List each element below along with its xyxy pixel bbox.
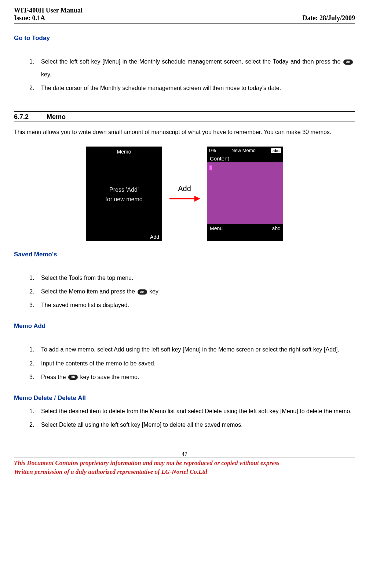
memo-add-list: 1. To add a new memo, select Add using t… (29, 343, 354, 383)
footer-line: Written permission of a duly authorized … (14, 468, 355, 476)
list-text: Input the contents of the memo to be sav… (41, 357, 354, 370)
list-item: 3. Press the key to save the memo. (29, 371, 354, 383)
list-text: Select the desired item to delete from t… (41, 405, 354, 418)
list-number: 3. (29, 299, 41, 311)
list-item: 1. Select the Tools from the top menu. (29, 271, 354, 284)
text-fragment: Press the (41, 374, 67, 380)
subhead-memo-delete: Memo Delete / Delete All (14, 394, 355, 402)
ok-key-icon (138, 289, 147, 295)
list-text: Select the left soft key [Menu] in the M… (41, 55, 354, 81)
phone-memo-list: Memo Press 'Add' for new memo Add (86, 147, 162, 241)
doc-header-left: WIT-400H User Manual Issue: 0.1A (14, 7, 83, 22)
arrow-label: Add (169, 184, 200, 193)
list-number: 2. (29, 357, 41, 370)
subhead-saved-memos: Saved Memo's (14, 251, 355, 258)
list-number: 2. (29, 285, 41, 298)
phone-title: Memo (86, 147, 162, 157)
list-number: 1. (29, 405, 41, 418)
softkey-right: abc (272, 226, 280, 231)
list-text: Select Delete all using the left soft ke… (41, 418, 354, 431)
phone-softkeys: Add (86, 232, 162, 241)
memo-figure: Memo Press 'Add' for new memo Add Add 0% (14, 147, 355, 241)
arrow: Add (169, 184, 200, 203)
section-title: Memo (47, 113, 66, 120)
ok-key-icon (68, 375, 78, 380)
list-number: 1. (29, 343, 41, 356)
list-text: The date cursor of the Monthly schedule … (41, 82, 354, 94)
page: WIT-400H User Manual Issue: 0.1A Date: 2… (0, 0, 369, 588)
list-text: Select the Memo item and press the key (41, 285, 354, 298)
footer-notice: This Document Contains proprietary infor… (14, 459, 355, 476)
softkey-right: Add (150, 234, 159, 240)
list-item: 1. Select the left soft key [Menu] in th… (29, 55, 354, 81)
page-number: 47 (14, 451, 355, 457)
softkey-left: Menu (210, 226, 223, 231)
text-line: for new memo (105, 195, 142, 204)
list-text: Press the key to save the memo. (41, 371, 354, 383)
doc-date: Date: 28/July/2009 (303, 14, 355, 22)
saved-list: 1. Select the Tools from the top menu. 2… (29, 271, 354, 312)
list-number: 3. (29, 371, 41, 383)
list-item: 1. To add a new memo, select Add using t… (29, 343, 354, 356)
phone-title: New Memo (231, 148, 256, 153)
percent-label: 0% (209, 148, 216, 153)
list-item: 2. Select Delete all using the left soft… (29, 418, 354, 431)
arrow-right-icon (169, 194, 200, 203)
list-number: 2. (29, 418, 41, 431)
header-rule (14, 23, 355, 24)
go-today-list: 1. Select the left soft key [Menu] in th… (29, 55, 354, 95)
phone-new-memo: 0% New Memo abc Content ▮ Menu abc (207, 147, 283, 241)
section-intro: This menu allows you to write down small… (14, 126, 355, 138)
doc-issue: Issue: 0.1A (14, 14, 83, 22)
footer-rule (14, 458, 355, 458)
text-fragment: Select the Memo item and press the (41, 288, 137, 295)
section-heading: 6.7.2 Memo (14, 111, 355, 122)
memo-hint: Press 'Add' for new memo (105, 185, 142, 204)
doc-title: WIT-400H User Manual (14, 7, 83, 14)
doc-header: WIT-400H User Manual Issue: 0.1A Date: 2… (14, 7, 355, 23)
list-item: 2. Input the contents of the memo to be … (29, 357, 354, 370)
list-number: 1. (29, 55, 41, 68)
ok-key-icon (343, 59, 353, 65)
list-number: 1. (29, 271, 41, 284)
memo-textarea: ▮ (207, 162, 283, 224)
phone-topbar: 0% New Memo abc (207, 147, 283, 155)
text-line: Press 'Add' (105, 185, 142, 195)
footer-line: This Document Contains proprietary infor… (14, 459, 355, 468)
content-label: Content (207, 155, 283, 162)
text-fragment: key (149, 288, 158, 295)
text-fragment: Select the left soft key [Menu] in the M… (41, 58, 343, 65)
svg-marker-1 (194, 196, 200, 202)
list-number: 2. (29, 82, 41, 94)
subhead-memo-add: Memo Add (14, 322, 355, 330)
list-item: 2. The date cursor of the Monthly schedu… (29, 82, 354, 94)
phone-softkeys: Menu abc (207, 224, 283, 233)
list-item: 3. The saved memo list is displayed. (29, 299, 354, 311)
list-text: To add a new memo, select Add using the … (41, 343, 354, 356)
input-mode-badge: abc (271, 148, 281, 153)
list-item: 2. Select the Memo item and press the ke… (29, 285, 354, 298)
list-text: Select the Tools from the top menu. (41, 271, 354, 284)
memo-delete-list: 1. Select the desired item to delete fro… (29, 405, 354, 431)
subhead-go-to-today: Go to Today (14, 35, 355, 42)
phone-screen: Press 'Add' for new memo (86, 157, 162, 232)
text-cursor-icon: ▮ (209, 164, 212, 171)
text-fragment: key. (41, 71, 51, 77)
list-text: The saved memo list is displayed. (41, 299, 354, 311)
list-item: 1. Select the desired item to delete fro… (29, 405, 354, 418)
text-fragment: key to save the memo. (80, 374, 139, 380)
section-number: 6.7.2 (14, 113, 45, 121)
